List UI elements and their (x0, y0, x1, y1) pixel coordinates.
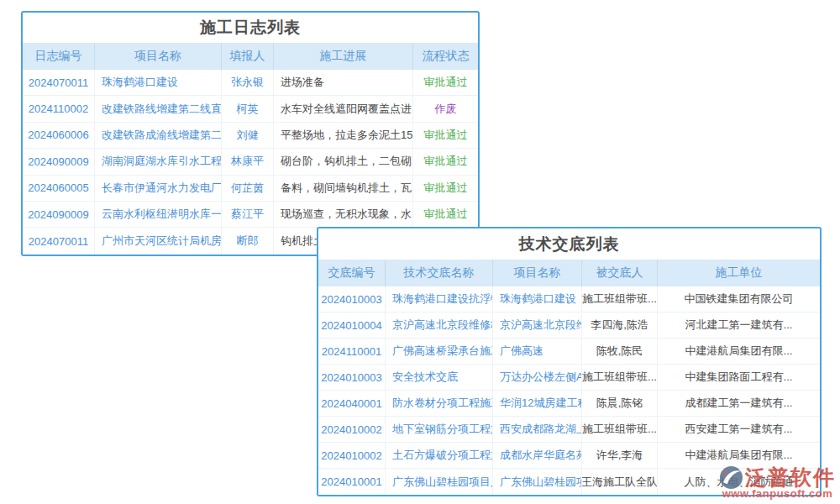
disclosure-id-cell[interactable]: 2024010001 (318, 469, 386, 495)
log-table-title: 施工日志列表 (23, 13, 478, 43)
disclosure-id-cell[interactable]: 2024010002 (318, 417, 386, 442)
construction-unit-cell: 中建港航局集团有限... (658, 443, 820, 468)
project-name-link[interactable]: 广东佛山碧桂园项目 (493, 469, 582, 495)
column-header-reporter: 填报人 (222, 43, 274, 70)
log-id-cell[interactable]: 2024070011 (23, 228, 95, 254)
status-badge: 审批通过 (413, 202, 478, 227)
table-row: 2024070011珠海鹤港口建设张永银进场准备审批通过 (23, 70, 478, 96)
project-name-link[interactable]: 湖南洞庭湖水库引水工程... (95, 149, 222, 174)
reporter-link[interactable]: 刘健 (222, 123, 274, 148)
reporter-link[interactable]: 蔡江平 (222, 202, 274, 227)
disclosure-name-link[interactable]: 京沪高速北京段维修桩帽... (386, 312, 493, 338)
project-name-link[interactable]: 成都水岸华庭名苑... (493, 443, 582, 468)
watermark-url: www.fanpusoft.com (722, 487, 833, 500)
status-badge: 审批通过 (413, 149, 478, 174)
table-row: 2024010004京沪高速北京段维修桩帽...京沪高速北京段维修李四海,陈浩河… (318, 312, 820, 339)
disclosure-name-link[interactable]: 广东佛山碧桂园项目人防... (386, 469, 493, 495)
reporter-link[interactable]: 何芷茵 (222, 176, 274, 201)
reporter-link[interactable]: 断郎 (222, 228, 274, 254)
disclosure-table-title: 技术交底列表 (318, 228, 820, 260)
disclosed-person-cell: 陈牧,陈民 (582, 339, 658, 364)
progress-cell: 现场巡查，无积水现象，水... (274, 202, 413, 227)
table-row: 2024090009湖南洞庭湖水库引水工程...林康平砌台阶，钩机排土，二包砌.… (23, 149, 478, 175)
disclosure-name-link[interactable]: 地下室钢筋分项工程施工... (386, 417, 493, 442)
disclosure-id-cell[interactable]: 2024010004 (318, 312, 386, 338)
table-row: 2024010002地下室钢筋分项工程施工...西安成都路龙湖上...施工班组带… (318, 417, 820, 443)
progress-cell: 砌台阶，钩机排土，二包砌... (274, 149, 413, 174)
disclosure-id-cell[interactable]: 2024040001 (318, 391, 386, 416)
disclosed-person-cell: 李四海,陈浩 (582, 312, 658, 338)
disclosure-name-link[interactable]: 广佛高速桥梁承台施工技... (386, 339, 493, 364)
technical-disclosure-table: 技术交底列表 交底编号技术交底名称项目名称被交底人施工单位 2024010003… (317, 227, 822, 496)
project-name-link[interactable]: 改建铁路成渝线增建第二... (95, 123, 222, 148)
disclosure-id-cell[interactable]: 2024110001 (318, 339, 386, 364)
project-name-link[interactable]: 京沪高速北京段维修 (493, 312, 582, 338)
status-badge: 审批通过 (413, 123, 478, 148)
construction-unit-cell: 成都建工第一建筑有... (658, 391, 820, 416)
project-name-link[interactable]: 华润12城房建工程... (493, 391, 582, 416)
disclosed-person-cell: 施工班组带班... (582, 417, 658, 442)
progress-cell: 备料，砌间墙钩机排土，瓦... (274, 176, 413, 201)
table-row: 2024060006改建铁路成渝线增建第二...刘健平整场地，拉走多余泥土15.… (23, 123, 478, 149)
column-header-person: 被交底人 (582, 260, 658, 286)
disclosure-name-link[interactable]: 土石方爆破分项工程施工... (386, 443, 493, 468)
log-id-cell[interactable]: 2024060005 (23, 176, 95, 201)
table-row: 2024110001广佛高速桥梁承台施工技...广佛高速陈牧,陈民中建港航局集团… (318, 339, 820, 365)
table-row: 2024010003珠海鹤港口建设抗浮锚杆...珠海鹤港口建设施工班组带班...… (318, 286, 820, 312)
disclosure-name-link[interactable]: 珠海鹤港口建设抗浮锚杆... (386, 286, 493, 312)
construction-unit-cell: 中国铁建集团有限公司 (658, 286, 820, 312)
log-id-cell[interactable]: 2024090009 (23, 149, 95, 174)
disclosed-person-cell: 陈晨,陈铭 (582, 391, 658, 416)
column-header-name: 技术交底名称 (386, 260, 493, 286)
project-name-link[interactable]: 改建铁路线增建第二线直... (95, 96, 222, 121)
disclosure-id-cell[interactable]: 2024010002 (318, 443, 386, 468)
project-name-link[interactable]: 珠海鹤港口建设 (493, 286, 582, 312)
table-row: 2024060005长春市伊通河水力发电厂...何芷茵备料，砌间墙钩机排土，瓦.… (23, 176, 478, 202)
construction-log-table: 施工日志列表 日志编号项目名称填报人施工进展流程状态 2024070011珠海鹤… (21, 11, 480, 256)
disclosure-table-header-row: 交底编号技术交底名称项目名称被交底人施工单位 (318, 260, 820, 286)
column-header-id: 交底编号 (318, 260, 386, 286)
project-name-link[interactable]: 广佛高速 (493, 339, 582, 364)
column-header-status: 流程状态 (413, 43, 478, 70)
progress-cell: 水车对全线遮阳网覆盖点进... (274, 96, 413, 121)
project-name-link[interactable]: 长春市伊通河水力发电厂... (95, 176, 222, 201)
column-header-id: 日志编号 (23, 43, 95, 70)
status-badge: 审批通过 (413, 70, 478, 95)
log-table-header-row: 日志编号项目名称填报人施工进展流程状态 (23, 43, 478, 70)
vendor-watermark: 泛普软件 www.fanpusoft.com (719, 465, 836, 500)
project-name-link[interactable]: 万达办公楼左侧A... (493, 365, 582, 390)
log-id-cell[interactable]: 2024060006 (23, 123, 95, 148)
construction-unit-cell: 中建港航局集团有限... (658, 339, 820, 364)
disclosure-name-link[interactable]: 防水卷材分项工程施工技... (386, 391, 493, 416)
table-row: 2024090009云南水利枢纽潜明水库一...蔡江平现场巡查，无积水现象，水.… (23, 202, 478, 228)
disclosure-name-link[interactable]: 安全技术交底 (386, 365, 493, 390)
column-header-project: 项目名称 (95, 43, 222, 70)
fanpu-logo-icon (719, 465, 743, 490)
construction-unit-cell: 河北建工第一建筑有... (658, 312, 820, 338)
table-row: 2024010003安全技术交底万达办公楼左侧A...施工班组带班...中建集团… (318, 365, 820, 391)
progress-cell: 进场准备 (274, 70, 413, 95)
watermark-brand-text: 泛普软件 (745, 467, 836, 488)
disclosure-table-body: 2024010003珠海鹤港口建设抗浮锚杆...珠海鹤港口建设施工班组带班...… (318, 286, 820, 495)
project-name-link[interactable]: 云南水利枢纽潜明水库一... (95, 202, 222, 227)
project-name-link[interactable]: 珠海鹤港口建设 (95, 70, 222, 95)
disclosed-person-cell: 施工班组带班... (582, 365, 658, 390)
table-row: 2024110002改建铁路线增建第二线直...柯英水车对全线遮阳网覆盖点进..… (23, 96, 478, 122)
progress-cell: 平整场地，拉走多余泥土15... (274, 123, 413, 148)
disclosure-id-cell[interactable]: 2024010003 (318, 286, 386, 312)
table-row: 2024040001防水卷材分项工程施工技...华润12城房建工程...陈晨,陈… (318, 391, 820, 417)
column-header-progress: 施工进展 (274, 43, 413, 70)
disclosure-id-cell[interactable]: 2024010003 (318, 365, 386, 390)
construction-unit-cell: 中建集团路面工程有... (658, 365, 820, 390)
project-name-link[interactable]: 广州市天河区统计局机房... (95, 228, 222, 254)
log-id-cell[interactable]: 2024070011 (23, 70, 95, 95)
column-header-unit: 施工单位 (658, 260, 820, 286)
reporter-link[interactable]: 张永银 (222, 70, 274, 95)
project-name-link[interactable]: 西安成都路龙湖上... (493, 417, 582, 442)
reporter-link[interactable]: 林康平 (222, 149, 274, 174)
log-id-cell[interactable]: 2024110002 (23, 96, 95, 121)
reporter-link[interactable]: 柯英 (222, 96, 274, 121)
disclosed-person-cell: 施工班组带班... (582, 286, 658, 312)
log-id-cell[interactable]: 2024090009 (23, 202, 95, 227)
disclosed-person-cell: 王海施工队全队 (582, 469, 658, 495)
